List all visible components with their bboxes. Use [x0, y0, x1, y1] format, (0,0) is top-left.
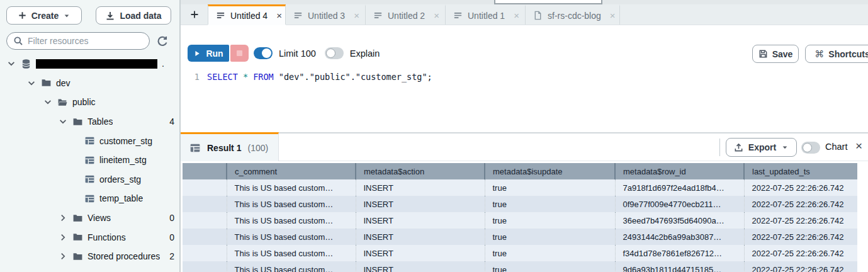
- cell-isupdate: true: [485, 179, 615, 196]
- explain-toggle-label: Explain: [350, 48, 380, 59]
- row-number-header: [183, 163, 227, 179]
- caret-down-icon: [63, 12, 70, 20]
- tree-item-tables[interactable]: Tables 4: [0, 112, 179, 132]
- tab-untitled-4[interactable]: Untitled 4 ×: [208, 4, 286, 25]
- tree-item-customer-stg[interactable]: customer_stg: [0, 131, 179, 150]
- chart-toggle[interactable]: [801, 142, 820, 154]
- chevron-down-icon[interactable]: [58, 117, 68, 126]
- tab-label: Untitled 4: [230, 11, 268, 21]
- run-toolbar: Run Limit 100 Explain: [181, 25, 868, 65]
- chevron-down-icon[interactable]: [6, 59, 16, 68]
- header-separator: [719, 139, 720, 156]
- column-header-metadata-action[interactable]: metadata$action: [356, 163, 485, 179]
- sql-identifier: "dev"."public"."customer_stg";: [279, 72, 432, 82]
- result-row-count: (100): [247, 143, 268, 153]
- close-icon[interactable]: ×: [514, 11, 519, 20]
- column-header-last-updated-ts[interactable]: last_updated_ts: [744, 163, 857, 179]
- folder-icon: [72, 213, 83, 224]
- column-header-metadata-row-id[interactable]: metadata$row_id: [615, 163, 744, 179]
- tab-untitled-2[interactable]: Untitled 2 ×: [366, 4, 446, 25]
- shortcuts-button-label: Shortcuts: [828, 49, 868, 59]
- new-tab-button[interactable]: [181, 4, 208, 25]
- tree-item-database[interactable]: .: [0, 54, 179, 74]
- sql-operator: *: [243, 72, 248, 82]
- tree-item-public[interactable]: public: [0, 93, 179, 112]
- load-data-button[interactable]: Load data: [96, 6, 171, 25]
- chevron-down-icon[interactable]: [43, 98, 53, 106]
- cell-action: INSERT: [356, 245, 485, 261]
- chevron-right-icon[interactable]: [58, 252, 68, 261]
- chevron-right-icon[interactable]: [58, 233, 68, 242]
- tab-label: Untitled 2: [388, 11, 425, 21]
- save-button[interactable]: Save: [752, 45, 799, 63]
- refresh-icon[interactable]: [155, 35, 169, 48]
- column-header-metadata-isupdate[interactable]: metadata$isupdate: [485, 163, 615, 179]
- editor-lines-icon: [216, 11, 225, 20]
- column-header-c-comment[interactable]: c_comment: [227, 163, 356, 179]
- export-button[interactable]: Export: [726, 138, 797, 157]
- sql-editor[interactable]: 1 SELECT * FROM "dev"."public"."customer…: [181, 65, 868, 132]
- cell-row-id: 36eed7b47693f5d64090a…: [615, 212, 744, 229]
- stored-procedures-count-badge: 2: [169, 251, 174, 261]
- results-table: c_comment metadata$action metadata$isupd…: [183, 163, 857, 272]
- results-table-container: c_comment metadata$action metadata$isupd…: [183, 163, 857, 272]
- create-button[interactable]: Create: [6, 6, 82, 25]
- close-icon[interactable]: ×: [276, 11, 282, 20]
- sql-line-1: 1 SELECT * FROM "dev"."public"."customer…: [181, 65, 868, 83]
- tree-item-dev[interactable]: dev: [0, 74, 179, 93]
- stop-button[interactable]: [230, 45, 249, 62]
- tree-item-stored-procedures[interactable]: Stored procedures 2: [0, 247, 179, 266]
- folder-open-icon: [57, 97, 68, 108]
- table-icon: [84, 193, 95, 204]
- search-icon: [13, 36, 23, 46]
- cell-isupdate: true: [485, 229, 615, 245]
- cell-c-comment: This is US based custom…: [227, 229, 356, 245]
- filter-resources-input[interactable]: [28, 36, 143, 46]
- tree-item-functions[interactable]: Functions 0: [0, 227, 179, 247]
- results-panel: Result 1 (100) Export Chart: [181, 132, 868, 272]
- cell-isupdate: true: [485, 212, 615, 229]
- chevron-right-icon[interactable]: [58, 213, 68, 222]
- table-icon: [189, 142, 201, 154]
- query-editor-app: Create Load data: [0, 0, 868, 272]
- tab-untitled-1[interactable]: Untitled 1 ×: [446, 4, 526, 25]
- shortcuts-button[interactable]: ⌘ Shortcuts: [805, 45, 868, 63]
- cell-c-comment: This is US based custom…: [227, 261, 356, 272]
- limit-toggle[interactable]: [254, 47, 273, 59]
- play-icon: [193, 50, 201, 57]
- row-number-cell: [183, 196, 227, 212]
- limit-toggle-label: Limit 100: [279, 48, 316, 59]
- result-tab-label: Result 1: [207, 143, 241, 153]
- tree-item-orders-stg[interactable]: orders_stg: [0, 170, 179, 190]
- database-name-suffix: .: [162, 59, 164, 69]
- close-icon[interactable]: ×: [434, 11, 439, 20]
- tree-item-lineitem-stg[interactable]: lineitem_stg: [0, 150, 179, 170]
- top-strip: [181, 0, 868, 4]
- cell-last-updated-ts: 2022-07-25 22:26:26.742: [744, 261, 857, 272]
- run-button[interactable]: Run: [188, 45, 229, 62]
- tab-untitled-3[interactable]: Untitled 3 ×: [286, 4, 366, 25]
- tree-item-temp-table[interactable]: temp_table: [0, 189, 179, 208]
- result-tab[interactable]: Result 1 (100): [181, 132, 279, 161]
- plus-icon: [18, 11, 27, 20]
- cell-isupdate: true: [485, 196, 615, 212]
- cell-action: INSERT: [356, 212, 485, 229]
- table-row: This is US based custom… INSERT true 7a9…: [183, 179, 857, 196]
- folder-icon: [41, 77, 52, 88]
- close-icon[interactable]: ×: [855, 139, 862, 153]
- export-icon: [734, 143, 743, 152]
- save-icon: [758, 49, 768, 59]
- editor-lines-icon: [373, 11, 383, 20]
- filter-resources-field: [6, 32, 150, 50]
- tree-item-views[interactable]: Views 0: [0, 208, 179, 228]
- cell-last-updated-ts: 2022-07-25 22:26:26.742: [744, 229, 857, 245]
- stop-icon: [237, 50, 242, 56]
- save-button-label: Save: [772, 49, 793, 59]
- tab-sf-rs-cdc-blog[interactable]: sf-rs-cdc-blog ×: [526, 4, 620, 25]
- cell-last-updated-ts: 2022-07-25 22:26:26.742: [744, 196, 857, 212]
- close-icon[interactable]: ×: [610, 11, 616, 20]
- close-icon[interactable]: ×: [354, 11, 359, 20]
- explain-toggle[interactable]: [325, 47, 344, 59]
- cell-c-comment: This is US based custom…: [227, 245, 356, 261]
- chevron-down-icon[interactable]: [26, 79, 37, 88]
